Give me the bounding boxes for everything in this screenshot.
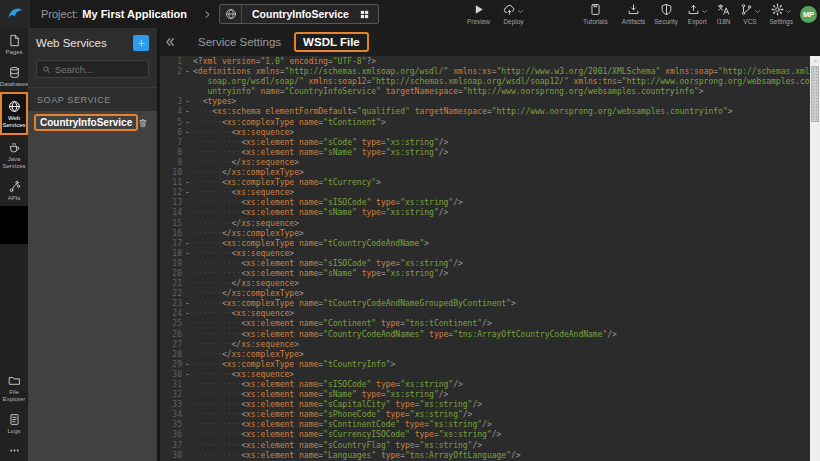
topbar-action-tutorials[interactable]: Tutorials [583,3,608,25]
code-line-row[interactable]: 38··········<xs:element name="Languages"… [160,451,810,461]
sidebar-item-file-explorer[interactable]: File Explorer [0,368,28,407]
line-number: 18 [160,249,182,259]
topbar-action-settings[interactable]: Settings [770,3,794,25]
code-line-row[interactable]: 34··········<xs:element name="sPhoneCode… [160,410,810,420]
code-line-row[interactable]: 1<?xml version="1.0" encoding="UTF-8"?> [160,57,810,67]
vcs-icon [740,3,753,16]
fold-marker[interactable]: - [182,370,193,380]
code-line-row[interactable]: 7··········<xs:element name="sCode" type… [160,138,810,148]
line-number: 2 [160,67,182,97]
open-service-tab[interactable]: CountryInfoService [219,4,379,24]
fold-marker[interactable]: - [182,97,193,107]
fold-marker [182,198,193,208]
fold-marker[interactable]: - [182,239,193,249]
topbar-action-preview[interactable]: Preview [467,3,490,25]
scroll-up-arrow[interactable] [810,56,820,65]
app-logo[interactable] [0,0,30,28]
line-number: 37 [160,441,182,451]
code-area[interactable]: 1<?xml version="1.0" encoding="UTF-8"?>2… [160,57,810,461]
code-line-row[interactable]: 8··········<xs:element name="sName" type… [160,148,810,158]
code-line: ··········<xs:element name="CountryCodeA… [193,330,810,340]
code-line-row[interactable]: 11-······<xs:complexType name="tCurrency… [160,178,810,188]
code-line-row[interactable]: 2-<definitions xmlns="http://schemas.xml… [160,67,810,97]
fold-marker[interactable]: - [182,309,193,319]
code-line-row[interactable]: 10······</xs:complexType> [160,168,810,178]
topbar-action-i18n[interactable]: I18N [717,3,731,25]
code-line-row[interactable]: 36··········<xs:element name="sCurrencyI… [160,430,810,440]
code-line-row[interactable]: 9········</xs:sequence> [160,158,810,168]
code-line-row[interactable]: 25··········<xs:element name="Continent"… [160,319,810,329]
topbar-action-vcs[interactable]: VCS [740,3,761,25]
code-line-row[interactable]: 29-······<xs:complexType name="tCountryI… [160,360,810,370]
code-line-row[interactable]: 19··········<xs:element name="sISOCode" … [160,259,810,269]
wsdl-code-editor[interactable]: 1<?xml version="1.0" encoding="UTF-8"?>2… [160,56,820,461]
sidebar-item-pages[interactable]: Pages [0,28,28,60]
code-line-row[interactable]: 4-····<xs:schema elementFormDefault="qua… [160,107,810,117]
line-number: 8 [160,148,182,158]
rail-overflow-button[interactable] [0,439,28,461]
fold-marker [182,208,193,218]
topbar-action-artifacts[interactable]: Artifacts [622,3,645,25]
sidebar-item-logs[interactable]: Logs [0,407,28,439]
search-icon [42,65,51,74]
sidebar-item-databases[interactable]: Databases [0,60,28,92]
code-line: ······</xs:complexType> [193,289,810,299]
code-line-row[interactable]: 14··········<xs:element name="sName" typ… [160,208,810,218]
service-list-item-countryinfoservice[interactable]: CountryInfoService [28,111,157,134]
code-line-row[interactable]: 27········</xs:sequence> [160,340,810,350]
topbar-action-security[interactable]: Security [654,3,677,25]
topbar-right-actions: ArtifactsSecurityExportI18NVCSSettings [622,3,793,25]
tab-service-settings[interactable]: Service Settings [198,36,281,48]
code-line-row[interactable]: 26··········<xs:element name="CountryCod… [160,330,810,340]
editor-scrollbar[interactable] [810,56,820,461]
code-line-row[interactable]: 12-········<xs:sequence> [160,188,810,198]
fold-marker[interactable]: - [182,107,193,117]
code-line-row[interactable]: 15········</xs:sequence> [160,219,810,229]
fold-marker[interactable]: - [182,178,193,188]
code-line-row[interactable]: 21········</xs:sequence> [160,279,810,289]
fold-marker[interactable]: - [182,299,193,309]
code-line-row[interactable]: 30-········<xs:sequence> [160,370,810,380]
add-service-button[interactable] [133,35,149,51]
sidebar-item-java-services[interactable]: Java Services [0,135,28,174]
code-line-row[interactable]: 33··········<xs:element name="sCapitalCi… [160,400,810,410]
code-line-row[interactable]: 32··········<xs:element name="sName" typ… [160,390,810,400]
search-input[interactable] [55,64,147,75]
code-line-row[interactable]: 3-··<types> [160,97,810,107]
sidebar-item-web-services[interactable]: Web Services [0,92,28,135]
code-line-row[interactable]: 24-········<xs:sequence> [160,309,810,319]
fold-marker[interactable]: - [182,249,193,259]
tab-wsdl-file[interactable]: WSDL File [294,32,369,52]
code-line-row[interactable]: 18-········<xs:sequence> [160,249,810,259]
code-line-row[interactable]: 13··········<xs:element name="sISOCode" … [160,198,810,208]
code-line: ··········<xs:element name="sPhoneCode" … [193,410,810,420]
sidebar-item-apis[interactable]: APIs [0,174,28,206]
code-line-row[interactable]: 17-······<xs:complexType name="tCountryC… [160,239,810,249]
code-line-row[interactable]: 23-······<xs:complexType name="tCountryC… [160,299,810,309]
fold-marker [182,289,193,299]
code-line: ········</xs:sequence> [193,279,810,289]
user-avatar[interactable]: MP [800,6,817,23]
topbar-action-deploy[interactable]: Deploy [503,3,524,25]
database-icon [8,66,21,79]
code-line-row[interactable]: 37··········<xs:element name="sCountryFl… [160,441,810,451]
fold-marker[interactable]: - [182,188,193,198]
scrollbar-thumb[interactable] [811,66,819,122]
fold-marker[interactable]: - [182,67,193,97]
code-line-row[interactable]: 31··········<xs:element name="sISOCode" … [160,380,810,390]
code-line-row[interactable]: 22······</xs:complexType> [160,289,810,299]
fold-marker[interactable]: - [182,128,193,138]
code-line-row[interactable]: 6-········<xs:sequence> [160,128,810,138]
code-line-row[interactable]: 28······</xs:complexType> [160,350,810,360]
fold-marker[interactable]: - [182,360,193,370]
topbar-action-export[interactable]: Export [687,3,708,25]
code-line-row[interactable]: 20··········<xs:element name="sName" typ… [160,269,810,279]
code-line-row[interactable]: 5-······<xs:complexType name="tContinent… [160,118,810,128]
globe-icon [225,8,237,20]
trash-icon[interactable] [138,117,148,129]
collapse-panel-button[interactable] [164,36,176,48]
grid-icon[interactable] [359,9,370,20]
fold-marker[interactable]: - [182,118,193,128]
code-line-row[interactable]: 35··········<xs:element name="sContinent… [160,420,810,430]
code-line-row[interactable]: 16······</xs:complexType> [160,229,810,239]
